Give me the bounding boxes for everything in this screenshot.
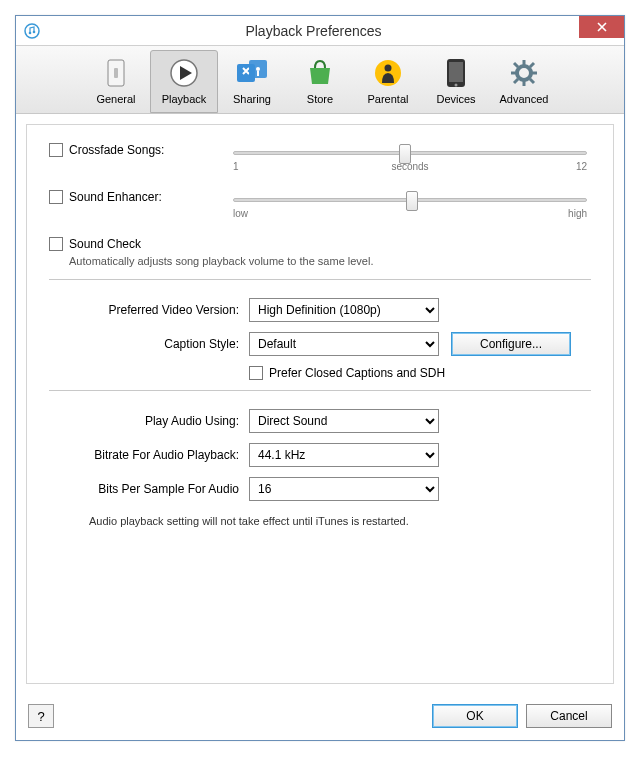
- svg-point-2: [33, 30, 36, 33]
- itunes-icon: [24, 23, 40, 39]
- bits-label: Bits Per Sample For Audio: [49, 482, 249, 496]
- enhancer-thumb[interactable]: [406, 191, 418, 211]
- general-icon: [98, 55, 134, 91]
- tab-label: General: [83, 93, 149, 105]
- tab-devices[interactable]: Devices: [422, 50, 490, 113]
- tab-general[interactable]: General: [82, 50, 150, 113]
- tab-playback[interactable]: Playback: [150, 50, 218, 113]
- svg-line-22: [514, 79, 518, 83]
- svg-rect-4: [114, 68, 118, 78]
- cancel-button[interactable]: Cancel: [526, 704, 612, 728]
- svg-point-0: [25, 24, 39, 38]
- tab-label: Playback: [151, 93, 217, 105]
- crossfade-mid: seconds: [391, 161, 428, 172]
- advanced-icon: [506, 55, 542, 91]
- svg-point-8: [256, 67, 260, 71]
- prefer-cc-checkbox[interactable]: [249, 366, 263, 380]
- window-title: Playback Preferences: [48, 23, 624, 39]
- crossfade-label: Crossfade Songs:: [69, 143, 229, 157]
- enhancer-checkbox[interactable]: [49, 190, 63, 204]
- footer: ? OK Cancel: [16, 694, 624, 740]
- close-icon: [597, 22, 607, 32]
- tab-label: Sharing: [219, 93, 285, 105]
- caption-style-label: Caption Style:: [49, 337, 249, 351]
- soundcheck-desc: Automatically adjusts song playback volu…: [69, 255, 591, 267]
- tab-store[interactable]: Store: [286, 50, 354, 113]
- content-panel: Crossfade Songs: 1 seconds 12 Sound Enha…: [26, 124, 614, 684]
- sharing-icon: [234, 55, 270, 91]
- divider: [49, 279, 591, 280]
- enhancer-max: high: [568, 208, 587, 219]
- tabs-toolbar: General Playback Sharing Store Parental: [16, 46, 624, 114]
- bits-select[interactable]: 16: [249, 477, 439, 501]
- play-audio-select[interactable]: Direct Sound: [249, 409, 439, 433]
- enhancer-slider[interactable]: [233, 198, 587, 202]
- svg-point-13: [455, 84, 458, 87]
- parental-icon: [370, 55, 406, 91]
- svg-line-20: [530, 79, 534, 83]
- enhancer-label: Sound Enhancer:: [69, 190, 229, 204]
- prefer-cc-label: Prefer Closed Captions and SDH: [269, 366, 445, 380]
- crossfade-checkbox[interactable]: [49, 143, 63, 157]
- tab-label: Store: [287, 93, 353, 105]
- ok-button[interactable]: OK: [432, 704, 518, 728]
- playback-icon: [166, 55, 202, 91]
- preferred-video-label: Preferred Video Version:: [49, 303, 249, 317]
- svg-line-19: [514, 63, 518, 67]
- soundcheck-label: Sound Check: [69, 237, 141, 251]
- preferences-window: Playback Preferences General Playback Sh…: [15, 15, 625, 741]
- divider: [49, 390, 591, 391]
- svg-line-21: [530, 63, 534, 67]
- svg-point-10: [385, 65, 392, 72]
- devices-icon: [438, 55, 474, 91]
- tab-label: Parental: [355, 93, 421, 105]
- close-button[interactable]: [579, 16, 624, 38]
- tab-sharing[interactable]: Sharing: [218, 50, 286, 113]
- tab-advanced[interactable]: Advanced: [490, 50, 558, 113]
- help-button[interactable]: ?: [28, 704, 54, 728]
- crossfade-max: 12: [576, 161, 587, 172]
- play-audio-label: Play Audio Using:: [49, 414, 249, 428]
- bitrate-select[interactable]: 44.1 kHz: [249, 443, 439, 467]
- store-icon: [302, 55, 338, 91]
- crossfade-min: 1: [233, 161, 239, 172]
- tab-label: Advanced: [491, 93, 557, 105]
- soundcheck-checkbox[interactable]: [49, 237, 63, 251]
- tab-parental[interactable]: Parental: [354, 50, 422, 113]
- preferred-video-select[interactable]: High Definition (1080p): [249, 298, 439, 322]
- svg-rect-12: [449, 62, 463, 82]
- svg-point-1: [29, 31, 32, 34]
- caption-style-select[interactable]: Default: [249, 332, 439, 356]
- bitrate-label: Bitrate For Audio Playback:: [49, 448, 249, 462]
- tab-label: Devices: [423, 93, 489, 105]
- enhancer-min: low: [233, 208, 248, 219]
- crossfade-slider[interactable]: [233, 151, 587, 155]
- titlebar: Playback Preferences: [16, 16, 624, 46]
- svg-point-14: [517, 66, 531, 80]
- configure-button[interactable]: Configure...: [451, 332, 571, 356]
- audio-note: Audio playback setting will not take eff…: [89, 515, 591, 527]
